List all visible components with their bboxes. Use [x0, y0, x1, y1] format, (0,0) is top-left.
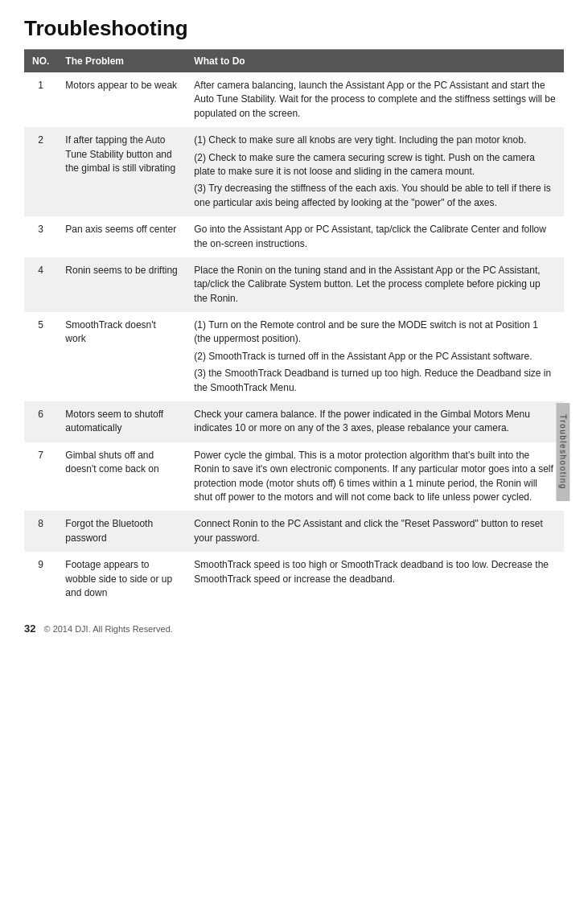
table-row: 4Ronin seems to be driftingPlace the Ron…: [24, 257, 564, 312]
cell-no: 8: [24, 511, 57, 552]
cell-problem: Ronin seems to be drifting: [57, 257, 186, 312]
header-solution: What to Do: [186, 50, 564, 72]
cell-no: 3: [24, 216, 57, 257]
table-row: 8Forgot the Bluetooth passwordConnect Ro…: [24, 511, 564, 552]
cell-solution: SmoothTrack speed is too high or SmoothT…: [186, 552, 564, 606]
table-row: 2If after tapping the Auto Tune Stabilit…: [24, 127, 564, 216]
cell-problem: Footage appears to wobble side to side o…: [57, 552, 186, 606]
cell-no: 4: [24, 257, 57, 312]
cell-problem: SmoothTrack doesn't work: [57, 312, 186, 401]
cell-problem: Gimbal shuts off and doesn't come back o…: [57, 442, 186, 512]
cell-problem: Pan axis seems off center: [57, 216, 186, 257]
troubleshooting-table: NO. The Problem What to Do 1Motors appea…: [24, 50, 564, 606]
cell-solution: Connect Ronin to the PC Assistant and cl…: [186, 511, 564, 552]
cell-no: 5: [24, 312, 57, 401]
cell-no: 6: [24, 401, 57, 442]
table-header-row: NO. The Problem What to Do: [24, 50, 564, 72]
page-container: Troubleshooting NO. The Problem What to …: [0, 0, 588, 667]
footer-page-number: 32: [24, 623, 35, 635]
cell-no: 2: [24, 127, 57, 216]
cell-no: 9: [24, 552, 57, 606]
table-row: 1Motors appear to be weakAfter camera ba…: [24, 72, 564, 127]
cell-no: 7: [24, 442, 57, 512]
cell-problem: Forgot the Bluetooth password: [57, 511, 186, 552]
page-title: Troubleshooting: [24, 16, 564, 41]
cell-solution: (1) Check to make sure all knobs are ver…: [186, 127, 564, 216]
footer: 32 © 2014 DJI. All Rights Reserved.: [24, 623, 564, 635]
cell-no: 1: [24, 72, 57, 127]
cell-solution: After camera balancing, launch the Assis…: [186, 72, 564, 127]
cell-problem: If after tapping the Auto Tune Stability…: [57, 127, 186, 216]
table-row: 7Gimbal shuts off and doesn't come back …: [24, 442, 564, 512]
cell-solution: Check your camera balance. If the power …: [186, 401, 564, 442]
table-row: 6Motors seem to shutoff automaticallyChe…: [24, 401, 564, 442]
sidebar-tab: Troubleshooting: [557, 403, 570, 501]
table-row: 3Pan axis seems off centerGo into the As…: [24, 216, 564, 257]
cell-solution: Power cycle the gimbal. This is a motor …: [186, 442, 564, 512]
cell-problem: Motors appear to be weak: [57, 72, 186, 127]
cell-solution: Go into the Assistant App or PC Assistan…: [186, 216, 564, 257]
table-row: 9Footage appears to wobble side to side …: [24, 552, 564, 606]
cell-solution: Place the Ronin on the tuning stand and …: [186, 257, 564, 312]
header-problem: The Problem: [57, 50, 186, 72]
footer-copyright: © 2014 DJI. All Rights Reserved.: [43, 624, 172, 634]
cell-problem: Motors seem to shutoff automatically: [57, 401, 186, 442]
cell-solution: (1) Turn on the Remote control and be su…: [186, 312, 564, 401]
header-no: NO.: [24, 50, 57, 72]
table-row: 5SmoothTrack doesn't work(1) Turn on the…: [24, 312, 564, 401]
